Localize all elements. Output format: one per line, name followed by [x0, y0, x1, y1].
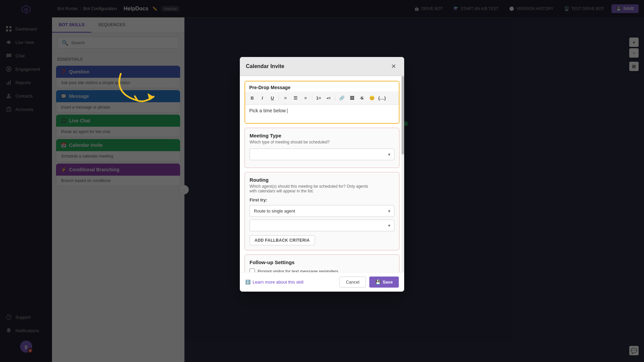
toolbar-sep-1 [279, 95, 279, 101]
routing-title: Routing [250, 177, 394, 183]
align-center-button[interactable]: ☰ [291, 94, 300, 102]
editor-cursor [287, 109, 287, 113]
meeting-type-title: Meeting Type [250, 133, 394, 138]
modal-close-button[interactable]: ✕ [389, 62, 398, 71]
routing-section: Routing Which agent(s) should this meeti… [245, 172, 399, 250]
meeting-type-select[interactable] [250, 148, 394, 160]
italic-button[interactable]: I [258, 94, 267, 102]
modal-save-button[interactable]: 💾 Save [369, 277, 399, 288]
sms-reminder-checkbox[interactable] [250, 268, 255, 272]
add-fallback-button[interactable]: ADD FALLBACK CRITERIA [250, 235, 315, 245]
strikethrough-button[interactable]: S̶ [358, 94, 366, 102]
routing-desc: Which agent(s) should this meeting be sc… [250, 184, 394, 193]
info-icon: ℹ️ [245, 280, 251, 285]
followup-section: Follow-up Settings Prompt visitor for te… [245, 254, 399, 272]
meeting-type-section: Meeting Type Which type of meeting shoul… [245, 128, 399, 168]
modal-header: Calendar Invite ✕ [240, 57, 404, 76]
underline-button[interactable]: U [268, 94, 277, 102]
learn-more-link[interactable]: ℹ️ Learn more about this skill [245, 280, 304, 285]
editor-content[interactable]: Pick a time below [245, 105, 399, 123]
sms-reminder-label: Prompt visitor for text message reminder… [258, 269, 339, 273]
pre-drop-title: Pre-Drop Message [245, 81, 399, 92]
toolbar-sep-2 [312, 95, 312, 101]
bold-button[interactable]: B [248, 94, 257, 102]
ordered-list-button[interactable]: 1≡ [314, 94, 323, 102]
align-right-button[interactable]: ≡ [301, 94, 310, 102]
editor-toolbar: B I U ≡ ☰ ≡ 1≡ •≡ 🔗 🖼 S̶ 😊 {…} [245, 92, 399, 105]
image-button[interactable]: 🖼 [347, 94, 356, 102]
modal-footer: ℹ️ Learn more about this skill Cancel 💾 … [240, 272, 404, 292]
cancel-button[interactable]: Cancel [339, 277, 366, 288]
link-button[interactable]: 🔗 [337, 94, 346, 102]
modal-title: Calendar Invite [246, 63, 284, 69]
modal-body: Pre-Drop Message B I U ≡ ☰ ≡ 1≡ •≡ 🔗 🖼 S… [240, 76, 404, 272]
first-try-label: First try: [250, 197, 394, 202]
meeting-type-desc: Which type of meeting should be schedule… [250, 140, 394, 144]
route-type-select[interactable]: Route to single agent Route to team Roun… [250, 205, 394, 217]
agent-select[interactable] [250, 220, 394, 231]
variable-button[interactable]: {…} [378, 94, 386, 102]
save-icon: 💾 [375, 280, 381, 285]
pre-drop-section: Pre-Drop Message B I U ≡ ☰ ≡ 1≡ •≡ 🔗 🖼 S… [245, 81, 399, 124]
scroll-track [401, 76, 404, 272]
align-left-button[interactable]: ≡ [281, 94, 290, 102]
emoji-button[interactable]: 😊 [368, 94, 376, 102]
toolbar-sep-3 [335, 95, 335, 101]
footer-actions: Cancel 💾 Save [339, 277, 399, 288]
unordered-list-button[interactable]: •≡ [324, 94, 333, 102]
modal-overlay[interactable]: Calendar Invite ✕ Pre-Drop Message B I U… [0, 0, 644, 362]
followup-title: Follow-up Settings [250, 259, 394, 265]
scroll-thumb[interactable] [401, 76, 404, 155]
modal: Calendar Invite ✕ Pre-Drop Message B I U… [240, 57, 404, 292]
